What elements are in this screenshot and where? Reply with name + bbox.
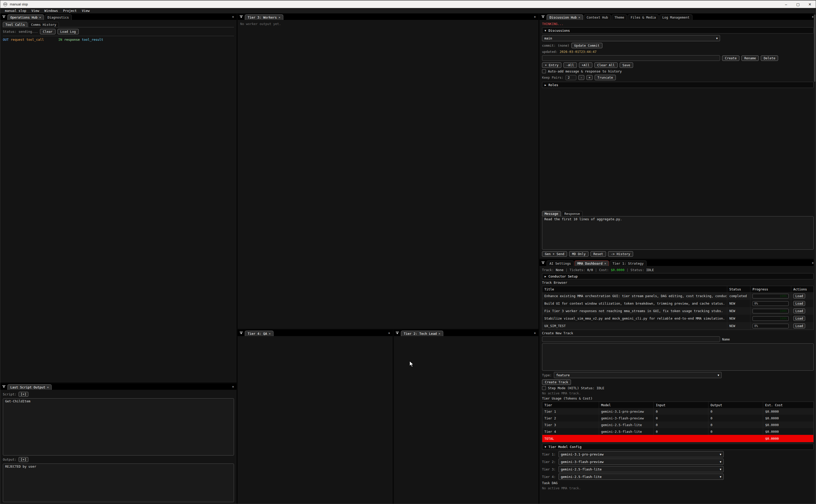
load-track-button[interactable]: Load	[793, 301, 805, 306]
panel-menu-icon[interactable]	[394, 330, 400, 336]
discussions-section-header[interactable]: ▼ Discussions	[542, 27, 814, 34]
menu-item-view[interactable]: View	[29, 9, 42, 13]
subtab-comms-history[interactable]: Comms History	[28, 22, 59, 27]
tab-message[interactable]: Message	[542, 211, 561, 216]
tab-operations-hub[interactable]: Operations Hub ✕	[7, 14, 44, 20]
track-progress-cell: 0%	[750, 322, 791, 330]
tier-model-config-header[interactable]: ▼ Tier Model Config	[542, 444, 814, 450]
tab-mma-dashboard[interactable]: MMA Dashboard ✕	[575, 261, 609, 266]
collapse-all-button[interactable]: -All	[563, 62, 577, 68]
message-textarea[interactable]: Read the first 10 lines of aggregate.py.	[542, 216, 814, 250]
panel-menu-icon[interactable]	[540, 260, 546, 265]
script-textarea[interactable]: Get-ChildItem	[3, 398, 234, 456]
tab-context-hub[interactable]: Context Hub	[584, 14, 611, 20]
tab-log-management[interactable]: Log Management	[659, 14, 692, 20]
tab-diagnostics[interactable]: Diagnostics	[45, 14, 72, 20]
panel-menu-icon[interactable]	[238, 330, 244, 336]
md-only-button[interactable]: MD Only	[569, 251, 588, 257]
panel-close-icon[interactable]: ✕	[386, 331, 393, 335]
load-track-button[interactable]: Load	[793, 294, 805, 298]
track-row[interactable]: Fix Tier 3 worker responses not reaching…	[542, 307, 813, 315]
create-track-button[interactable]: Create Track	[542, 379, 571, 385]
tier4-model-select[interactable]: gemini-2.5-flash-lite ▼	[559, 474, 724, 480]
tab-close-icon[interactable]: ✕	[439, 332, 440, 335]
tab-theme[interactable]: Theme	[612, 14, 627, 20]
tab-close-icon[interactable]: ✕	[279, 16, 280, 19]
delete-discussion-button[interactable]: Delete	[761, 55, 778, 61]
right-scrollbar[interactable]	[814, 14, 816, 504]
load-track-button[interactable]: Load	[793, 323, 805, 328]
tab-label: Last Script Output	[10, 385, 45, 389]
load-track-button[interactable]: Load	[793, 316, 805, 321]
panel-close-icon[interactable]: ✕	[531, 15, 538, 19]
panel-menu-icon[interactable]	[1, 384, 7, 389]
output-textarea[interactable]: REJECTED by user	[3, 464, 234, 502]
output-expand-button[interactable]: [+]	[19, 457, 29, 462]
panel-menu-icon[interactable]	[540, 14, 546, 19]
script-expand-button[interactable]: [+]	[19, 392, 29, 397]
panel-close-icon[interactable]: ✕	[531, 331, 538, 335]
tab-response[interactable]: Response	[562, 211, 583, 216]
panel-menu-icon[interactable]	[238, 14, 244, 19]
menu-item-manual-slop[interactable]: manual slop	[2, 9, 29, 13]
clear-all-button[interactable]: Clear All	[594, 62, 618, 68]
new-track-description-textarea[interactable]	[542, 343, 814, 371]
track-row[interactable]: UX_SIM_TEST NEW 0% Load	[542, 322, 813, 330]
update-commit-button[interactable]: Update Commit	[571, 43, 602, 48]
col-title: Title	[542, 286, 727, 292]
clear-button[interactable]: Clear	[40, 29, 55, 34]
panel-close-icon[interactable]: ✕	[230, 385, 237, 388]
new-track-name-input[interactable]	[542, 336, 720, 342]
tab-close-icon[interactable]: ✕	[269, 332, 271, 335]
minimize-button[interactable]: –	[780, 1, 792, 8]
tier1-model-select[interactable]: gemini-3.1-pro-preview ▼	[559, 451, 724, 457]
close-button[interactable]: ✕	[804, 1, 816, 8]
discussion-name-input[interactable]	[542, 55, 720, 61]
tab-close-icon[interactable]: ✕	[47, 386, 49, 389]
tab-tier2-tech-lead[interactable]: Tier 2: Tech Lead ✕	[401, 331, 443, 336]
discussion-select[interactable]: main ▼	[542, 35, 720, 41]
tier2-model-select[interactable]: gemini-3-flash-preview ▼	[559, 459, 724, 465]
auto-add-checkbox[interactable]	[542, 69, 546, 73]
to-history-button[interactable]: -> History	[608, 251, 633, 257]
load-log-button[interactable]: Load Log	[58, 29, 79, 34]
tab-close-icon[interactable]: ✕	[604, 262, 606, 265]
tab-tier4-qa[interactable]: Tier 4: QA ✕	[245, 331, 273, 336]
tab-close-icon[interactable]: ✕	[578, 16, 580, 19]
tab-files-media[interactable]: Files & Media	[628, 14, 659, 20]
keep-pairs-increment-button[interactable]: +	[586, 75, 593, 80]
rename-discussion-button[interactable]: Rename	[741, 55, 759, 61]
track-type-select[interactable]: feature ▼	[554, 372, 722, 378]
tab-tier3-workers[interactable]: Tier 3: Workers ✕	[245, 14, 283, 20]
step-mode-checkbox[interactable]	[542, 386, 546, 390]
menu-item-view-2[interactable]: View	[79, 9, 92, 13]
panel-menu-icon[interactable]	[1, 14, 7, 19]
keep-pairs-decrement-button[interactable]: -	[578, 75, 585, 80]
panel-close-icon[interactable]: ✕	[230, 15, 237, 19]
create-discussion-button[interactable]: Create	[722, 55, 739, 61]
subtab-tool-calls[interactable]: Tool Calls	[3, 22, 27, 27]
tab-discussion-hub[interactable]: Discussion Hub ✕	[547, 14, 583, 20]
track-row[interactable]: Enhance existing MMA orchestration GUI: …	[542, 292, 813, 300]
track-row[interactable]: Stabilize visual_sim_mma_v2.py and mock_…	[542, 315, 813, 322]
truncate-button[interactable]: Truncate	[595, 75, 616, 80]
tier3-model-select[interactable]: gemini-2.5-flash-lite ▼	[559, 466, 724, 472]
save-button[interactable]: Save	[620, 62, 633, 68]
tab-tier1-strategy[interactable]: Tier 1: Strategy	[610, 261, 646, 266]
keep-pairs-input[interactable]	[565, 75, 576, 80]
tab-last-script-output[interactable]: Last Script Output ✕	[7, 384, 52, 390]
gen-send-button[interactable]: Gen + Send	[542, 251, 567, 257]
tab-ai-settings[interactable]: AI Settings	[547, 261, 574, 266]
maximize-button[interactable]: ▢	[792, 1, 804, 8]
add-entry-button[interactable]: + Entry	[542, 62, 561, 68]
reset-button[interactable]: Reset	[591, 251, 606, 257]
menu-item-windows[interactable]: Windows	[42, 9, 61, 13]
tab-close-icon[interactable]: ✕	[39, 16, 41, 19]
load-track-button[interactable]: Load	[793, 308, 805, 313]
scrollbar-thumb[interactable]	[814, 15, 815, 82]
conductor-setup-header[interactable]: ▶ Conductor Setup	[542, 273, 814, 279]
expand-all-button[interactable]: +All	[579, 62, 592, 68]
roles-section-header[interactable]: ▶ Roles	[542, 82, 814, 88]
menu-item-project[interactable]: Project	[61, 9, 79, 13]
track-row[interactable]: Build UI for context window utilization,…	[542, 300, 813, 307]
